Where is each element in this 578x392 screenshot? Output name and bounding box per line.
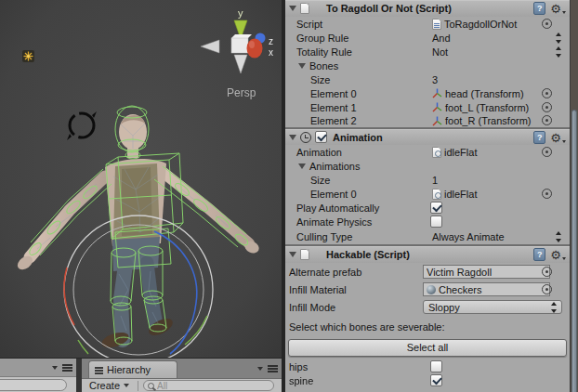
inspector-panel: To Ragdoll Or Not (Script) ? ⚙ Script To… bbox=[285, 0, 578, 392]
animate-physics-checkbox[interactable] bbox=[430, 216, 442, 228]
csharp-script-icon bbox=[432, 19, 441, 30]
field-label: Element 2 bbox=[310, 115, 432, 126]
bone-label: hips bbox=[289, 361, 428, 372]
row-severable-label: Select which bones are severable: bbox=[285, 316, 570, 335]
foldout-icon[interactable] bbox=[298, 63, 306, 69]
search-icon bbox=[148, 383, 154, 389]
row-play-automatically: Play Automatically bbox=[285, 201, 570, 215]
mini-search-field[interactable] bbox=[0, 379, 67, 391]
inspector-scrollbar[interactable] bbox=[570, 0, 578, 392]
gear-icon[interactable]: ⚙ bbox=[550, 132, 566, 144]
field-label: Element 1 bbox=[310, 102, 432, 113]
animations-foldout-label: Animations bbox=[309, 161, 445, 172]
row-animation-clip: Animation idleFlat bbox=[285, 145, 570, 159]
severable-label: Select which bones are severable: bbox=[289, 321, 445, 333]
object-picker-icon[interactable] bbox=[542, 147, 552, 157]
row-bones-element2: Element 2 foot_R (Transform) bbox=[285, 114, 570, 128]
play-automatically-checkbox[interactable] bbox=[430, 202, 442, 214]
hierarchy-tab-label: Hierarchy bbox=[107, 364, 151, 375]
field-label: Animate Physics bbox=[296, 216, 432, 228]
alternate-prefab-input[interactable] bbox=[423, 265, 550, 279]
row-bone-spine: spine bbox=[285, 373, 570, 387]
script-component-icon bbox=[300, 249, 309, 260]
field-label: Size bbox=[310, 74, 432, 85]
enum-arrows-icon[interactable] bbox=[556, 33, 562, 44]
element1-object-field[interactable]: foot_L (Transform) bbox=[432, 102, 529, 113]
row-infill-mode: Infill Mode Sloppy bbox=[285, 298, 570, 316]
animation-object-field[interactable]: idleFlat bbox=[432, 147, 477, 158]
script-value: ToRagdollOrNot bbox=[444, 19, 517, 30]
unity-editor-window: y z x Persp bbox=[0, 0, 578, 392]
gear-icon[interactable]: ⚙ bbox=[550, 3, 566, 15]
hips-checkbox[interactable] bbox=[430, 360, 442, 372]
enum-arrows-icon bbox=[551, 302, 558, 313]
animations-element0-field[interactable]: idleFlat bbox=[432, 189, 477, 200]
spine-checkbox[interactable] bbox=[430, 374, 442, 386]
field-label: Totality Rule bbox=[296, 46, 432, 58]
row-bones-element0: Element 0 head (Transform) bbox=[285, 86, 570, 100]
left-column: y z x Persp bbox=[0, 0, 282, 392]
object-picker-icon[interactable] bbox=[542, 88, 552, 98]
foldout-icon[interactable] bbox=[289, 252, 296, 257]
create-button[interactable]: Create bbox=[85, 380, 133, 391]
search-input[interactable] bbox=[157, 381, 269, 391]
bones-size-value[interactable]: 3 bbox=[432, 74, 438, 85]
object-picker-icon[interactable] bbox=[542, 189, 552, 199]
element0-object-field[interactable]: head (Transform) bbox=[432, 88, 524, 99]
tab-icon bbox=[95, 370, 103, 372]
scrollbar-thumb[interactable] bbox=[571, 110, 577, 392]
foldout-icon[interactable] bbox=[289, 6, 296, 11]
foldout-icon[interactable] bbox=[298, 163, 306, 169]
transform-icon bbox=[432, 102, 442, 112]
select-all-button[interactable]: Select all bbox=[288, 339, 567, 357]
help-icon[interactable]: ? bbox=[533, 2, 545, 15]
infill-mode-dropdown[interactable]: Sloppy bbox=[423, 300, 562, 314]
axis-x-label: x bbox=[269, 47, 273, 58]
object-picker-icon[interactable] bbox=[542, 102, 552, 112]
row-bones-element1: Element 1 foot_L (Transform) bbox=[285, 100, 570, 114]
field-label: Element 0 bbox=[310, 189, 432, 200]
bone-label: spine bbox=[289, 375, 428, 386]
infill-material-object-field[interactable]: Checkers bbox=[423, 282, 550, 296]
object-picker-icon[interactable] bbox=[542, 19, 552, 29]
component-header-hackable[interactable]: Hackable (Script) ? ⚙ bbox=[285, 245, 570, 263]
field-label: Alternate prefab bbox=[289, 267, 423, 278]
scene-viewport[interactable]: y z x Persp bbox=[0, 0, 282, 358]
projection-label[interactable]: Persp bbox=[227, 86, 256, 99]
component-enabled-checkbox[interactable] bbox=[315, 131, 327, 143]
row-culling-type: Culling Type Always Animate bbox=[285, 229, 570, 245]
enum-arrows-icon[interactable] bbox=[556, 231, 562, 242]
help-icon[interactable]: ? bbox=[533, 248, 545, 261]
object-picker-icon[interactable] bbox=[542, 284, 552, 294]
enum-arrows-icon[interactable] bbox=[556, 46, 562, 58]
element2-object-field[interactable]: foot_R (Transform) bbox=[432, 115, 532, 126]
row-bones-foldout[interactable]: Bones bbox=[285, 59, 570, 72]
bones-foldout-label: Bones bbox=[309, 60, 445, 72]
object-picker-icon[interactable] bbox=[542, 267, 552, 277]
help-icon[interactable]: ? bbox=[533, 131, 545, 144]
hierarchy-search-field[interactable] bbox=[143, 380, 274, 391]
row-animations-foldout[interactable]: Animations bbox=[285, 159, 570, 173]
row-bones-size: Size 3 bbox=[285, 72, 570, 86]
object-picker-icon[interactable] bbox=[542, 115, 552, 125]
culling-type-enum[interactable]: Always Animate bbox=[432, 231, 505, 242]
panel-menu-icon[interactable] bbox=[52, 363, 72, 372]
toolbar-separator bbox=[138, 381, 138, 391]
light-gizmo-icon[interactable] bbox=[22, 50, 34, 62]
tab-hierarchy[interactable]: Hierarchy bbox=[88, 360, 177, 378]
hierarchy-menu-icon[interactable] bbox=[257, 364, 278, 373]
bottom-panel-strip: Hierarchy Create bbox=[0, 358, 282, 392]
script-component-icon bbox=[300, 3, 309, 14]
component-header-animation[interactable]: Animation ? ⚙ bbox=[285, 128, 570, 145]
group-rule-enum[interactable]: And bbox=[432, 33, 451, 44]
row-script: Script ToRagdollOrNot bbox=[285, 17, 570, 31]
foldout-icon[interactable] bbox=[289, 135, 296, 140]
gear-icon[interactable]: ⚙ bbox=[550, 249, 566, 261]
totality-rule-enum[interactable]: Not bbox=[432, 46, 448, 58]
component-header-toragdoll[interactable]: To Ragdoll Or Not (Script) ? ⚙ bbox=[285, 0, 570, 17]
animations-size-value[interactable]: 1 bbox=[432, 175, 438, 186]
script-object-field[interactable]: ToRagdollOrNot bbox=[432, 19, 517, 30]
row-animations-element0: Element 0 idleFlat bbox=[285, 187, 570, 201]
transform-icon bbox=[432, 116, 442, 126]
animation-component-icon bbox=[300, 132, 311, 143]
